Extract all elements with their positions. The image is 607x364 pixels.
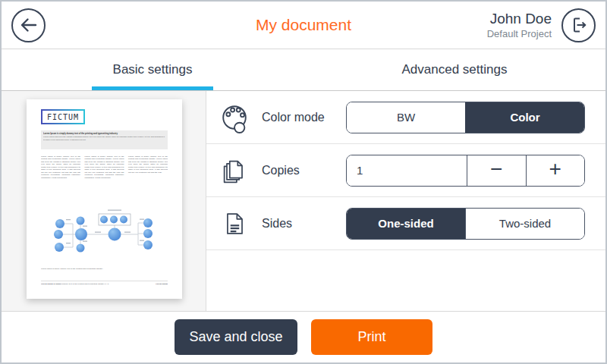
plus-icon: +	[549, 158, 561, 180]
copies-stepper: − +	[346, 155, 585, 187]
logout-button[interactable]	[561, 8, 596, 42]
copies-increment-button[interactable]: +	[526, 155, 585, 186]
arrow-left-icon	[19, 15, 39, 35]
preview-column-2: Lorem Ipsum is simply dummy text of the …	[85, 155, 124, 179]
tab-advanced-settings[interactable]: Advanced settings	[304, 49, 605, 90]
logout-icon	[569, 15, 589, 35]
preview-footer-left-rest: dummy text of the printing and typesetti…	[61, 283, 109, 285]
tab-basic-settings[interactable]: Basic settings	[2, 49, 304, 90]
user-project: Default Project	[487, 28, 552, 40]
tab-basic-settings-label: Basic settings	[113, 62, 193, 77]
print-button[interactable]: Print	[311, 319, 432, 355]
color-mode-option-color[interactable]: Color	[465, 102, 584, 133]
minus-icon: −	[490, 158, 502, 180]
back-button[interactable]	[11, 8, 46, 42]
copies-decrement-button[interactable]: −	[467, 155, 526, 186]
preview-pane: FICTUM Lorem Ipsum is simply dummy text …	[2, 91, 206, 311]
color-mode-option-bw[interactable]: BW	[347, 102, 465, 133]
color-mode-label: Color mode	[262, 111, 325, 124]
header: My document John Doe Default Project	[2, 2, 605, 49]
active-tab-underline	[92, 86, 213, 90]
user-info: John Doe Default Project	[487, 10, 552, 40]
preview-logo: FICTUM	[41, 109, 85, 124]
preview-abstract-body: Lorem Ipsum has been the industry's stan…	[43, 135, 165, 141]
preview-caption: Lorem Ipsum is simply dummy text of the …	[41, 267, 168, 273]
footer-bar: Save and close Print	[2, 311, 605, 362]
content: FICTUM Lorem Ipsum is simply dummy text …	[2, 91, 605, 311]
setting-row-copies: Copies − +	[206, 144, 605, 197]
sides-option-two-sided[interactable]: Two-sided	[465, 209, 584, 239]
tab-advanced-settings-label: Advanced settings	[402, 62, 508, 77]
setting-row-sides: Sides One-sided Two-sided	[206, 197, 605, 250]
save-and-close-button[interactable]: Save and close	[175, 319, 297, 355]
copies-icon	[219, 155, 250, 187]
preview-page-footer: Lorem Ipsum is simply dummy text of the …	[41, 281, 168, 290]
user-name: John Doe	[487, 10, 552, 28]
preview-abstract-block: Lorem Ipsum is simply dummy text of the …	[41, 130, 168, 149]
sides-toggle: One-sided Two-sided	[346, 208, 585, 240]
setting-row-color-mode: Color mode BW Color	[206, 91, 605, 144]
sides-option-one-sided[interactable]: One-sided	[347, 209, 465, 239]
preview-text-columns: Lorem Ipsum is simply dummy text of the …	[41, 155, 168, 199]
copies-label: Copies	[262, 164, 300, 177]
preview-footer-left-bold: Lorem Ipsum is simply	[41, 283, 61, 285]
palette-icon	[219, 102, 250, 133]
sides-icon	[219, 208, 250, 240]
preview-column-3: Lorem Ipsum is simply dummy text of the …	[128, 155, 168, 179]
preview-footer-right: Lorem Ipsum	[156, 283, 168, 285]
preview-bubble-diagram	[41, 207, 168, 263]
tab-bar: Basic settings Advanced settings	[2, 49, 605, 91]
document-preview: FICTUM Lorem Ipsum is simply dummy text …	[27, 99, 182, 299]
sides-label: Sides	[262, 217, 292, 231]
color-mode-toggle: BW Color	[346, 102, 585, 133]
copies-input[interactable]	[347, 155, 467, 186]
preview-column-1: Lorem Ipsum is simply dummy text of the …	[41, 155, 80, 179]
app-window: My document John Doe Default Project Bas…	[0, 0, 607, 364]
settings-pane: Color mode BW Color	[206, 91, 605, 311]
